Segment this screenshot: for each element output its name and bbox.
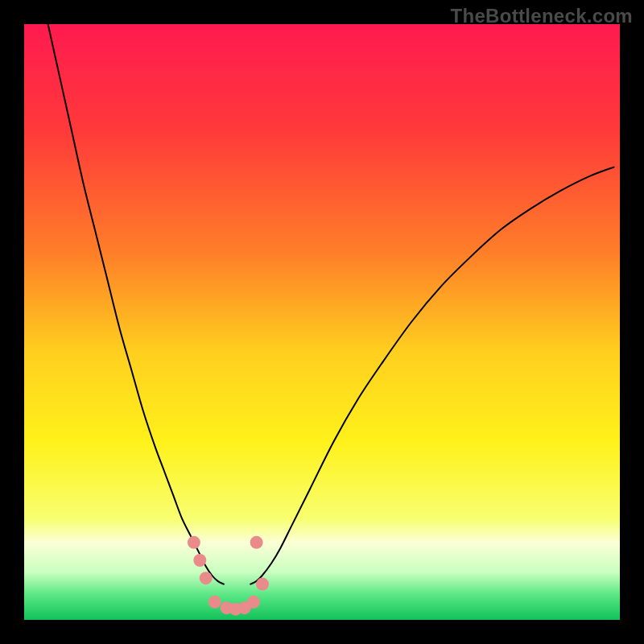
outer-frame: TheBottleneck.com — [0, 0, 644, 644]
plot-area — [24, 24, 620, 620]
bottleneck-curve-chart — [24, 24, 620, 620]
